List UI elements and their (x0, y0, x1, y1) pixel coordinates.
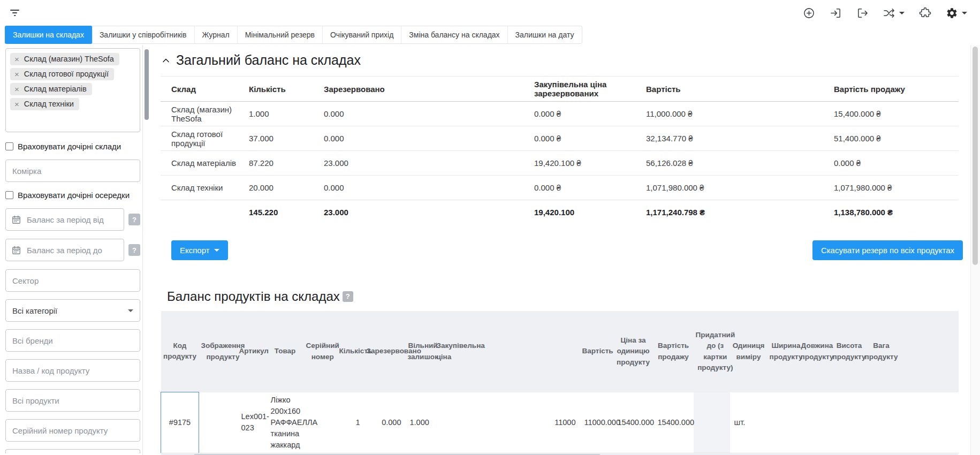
cancel-reserve-button[interactable]: Скасувати резерв по всіх продуктах (812, 240, 963, 260)
topbar-actions (803, 7, 967, 19)
summary-cell: 0.000 ₴ (534, 176, 646, 200)
category-select-value: Всі категорії (12, 306, 57, 315)
checkbox-icon[interactable] (5, 142, 13, 150)
summary-cell: 15,400.000 ₴ (834, 102, 959, 126)
warehouse-tag[interactable]: ×Склад готової продукції (10, 68, 114, 80)
product-cell (863, 392, 895, 453)
help-badge[interactable]: ? (128, 244, 140, 256)
product-column-header: Довжина продукту (799, 311, 831, 392)
product-column-label: Довжина продукту (801, 340, 834, 362)
product-column-header: Вартість (580, 311, 613, 392)
category-select[interactable]: Всі категорії (5, 299, 140, 322)
checkbox-child-warehouses[interactable]: Враховувати дочірні склади (5, 142, 140, 151)
sign-out-icon[interactable] (856, 7, 869, 19)
summary-row: Склад матеріалів87.22023.00019,420.100 ₴… (161, 151, 959, 176)
remove-tag-icon[interactable]: × (14, 100, 19, 108)
tab-2[interactable]: Журнал (195, 26, 238, 43)
summary-table: СкладКількістьЗарезервованоЗакупівельна … (161, 76, 959, 225)
tab-4[interactable]: Очікуваний прихід (323, 26, 401, 43)
product-cell (694, 392, 730, 453)
summary-cell: 0.000 ₴ (534, 102, 646, 126)
checkbox-icon[interactable] (5, 191, 13, 199)
help-badge[interactable]: ? (128, 214, 140, 225)
product-column-label: Вага продукту (865, 340, 898, 362)
sector-input[interactable] (5, 269, 140, 292)
tab-0[interactable]: Залишки на складах (5, 26, 93, 44)
shuffle-icon[interactable] (883, 7, 905, 19)
products-section-header: Баланс продуктів на складах ? (167, 289, 970, 304)
summary-cell: 23.000 (324, 151, 534, 176)
product-column-header: Кількість (337, 311, 364, 392)
checkbox-label: Враховувати дочірні склади (18, 142, 121, 151)
product-column-header: Придатний до (з картки продукту) (694, 311, 730, 392)
product-column-header: Вага продукту (863, 311, 895, 392)
summary-cell: Склад готової продукції (161, 126, 249, 151)
balance-date-to-input[interactable]: Баланс за період до (5, 239, 124, 261)
serial-number-input[interactable] (5, 419, 140, 442)
brands-input[interactable] (5, 329, 140, 352)
balance-date-from-input[interactable]: Баланс за період від (5, 208, 124, 231)
tab-1[interactable]: Залишки у співробітників (92, 26, 195, 43)
product-column-label: Закупівельна ціна (437, 340, 486, 362)
settings-gear-icon[interactable] (946, 7, 967, 19)
scrollbar-thumb[interactable] (973, 47, 978, 265)
product-column-header: Закупівельна ціна (430, 311, 580, 392)
product-cell (895, 392, 959, 453)
name-code-input[interactable] (5, 359, 140, 382)
remove-tag-icon[interactable]: × (14, 55, 19, 63)
actions-row: Експорт Скасувати резерв по всіх продукт… (161, 240, 970, 260)
caret-down-icon (214, 249, 219, 252)
product-column-label: Ширина продукту (770, 340, 803, 362)
caret-down-icon (899, 12, 905, 14)
warehouse-tag[interactable]: ×Склад техніки (10, 98, 79, 110)
product-column-header (895, 311, 959, 392)
help-badge[interactable]: ? (343, 291, 353, 302)
sidebar-scrollbar (142, 45, 150, 455)
remove-tag-icon[interactable]: × (14, 85, 19, 93)
product-column-label: Вартість продажу (656, 340, 692, 362)
remove-tag-icon[interactable]: × (14, 70, 19, 78)
sign-in-icon[interactable] (830, 7, 842, 19)
checkbox-child-cells[interactable]: Враховувати дочірні осередки (5, 191, 140, 200)
product-column-label: Висота продукту (833, 340, 866, 362)
product-column-header: Артикул (237, 311, 267, 392)
filter-icon[interactable] (9, 6, 21, 19)
summary-cell: 87.220 (249, 151, 324, 176)
tab-3[interactable]: Мінімальний резерв (238, 26, 323, 43)
summary-cell: 19,420.100 ₴ (534, 151, 646, 176)
summary-column-header: Вартість (646, 77, 834, 102)
product-cell: 1.000 (406, 392, 430, 453)
product-row: #9175Lex001-023Ліжко 200x160 РАФФАЕЛЛА т… (161, 392, 959, 453)
scrollbar-thumb[interactable] (145, 49, 149, 120)
summary-cell: 1,071,980.000 ₴ (834, 176, 959, 200)
product-code-cell[interactable]: #9175 (161, 392, 199, 453)
warehouse-tag[interactable]: ×Склад (магазин) TheSofa (10, 53, 119, 65)
checkbox-label: Враховувати дочірні осередки (18, 191, 130, 200)
products-input[interactable] (5, 389, 140, 412)
product-cell: 0.000 (364, 392, 406, 453)
product-column-header: Вільний залишок (406, 311, 430, 392)
product-column-label: Серійний номер (306, 340, 339, 362)
calendar-icon (11, 215, 21, 225)
product-column-label: Придатний до (з картки продукту) (696, 330, 735, 373)
export-button[interactable]: Експорт (171, 240, 228, 260)
warehouse-tag[interactable]: ×Склад матеріалів (10, 83, 92, 95)
summary-cell: 37.000 (249, 126, 324, 151)
summary-row: Склад готової продукції37.0000.0000.000 … (161, 126, 959, 151)
chevron-up-icon[interactable] (161, 55, 171, 66)
product-column-label: Ціна за одиницю продукту (616, 335, 651, 368)
tab-5[interactable]: Зміна балансу на складах (401, 26, 507, 43)
warehouse-tag-label: Склад готової продукції (24, 70, 109, 78)
puzzle-icon[interactable] (919, 7, 931, 19)
summary-cell: Склад матеріалів (161, 151, 249, 176)
tab-6[interactable]: Залишки на дату (508, 26, 582, 43)
plus-circle-icon[interactable] (803, 7, 815, 19)
warehouse-multiselect[interactable]: ×Склад (магазин) TheSofa×Склад готової п… (5, 48, 140, 132)
product-column-label: Вільний залишок (408, 340, 438, 362)
cell-input[interactable] (5, 160, 140, 182)
product-cell: 15400.000 (613, 392, 654, 453)
products-title: Баланс продуктів на складах (167, 289, 340, 304)
summary-cell: 0.000 (324, 176, 534, 200)
summary-cell: 20.000 (249, 176, 324, 200)
product-cell (199, 392, 237, 453)
